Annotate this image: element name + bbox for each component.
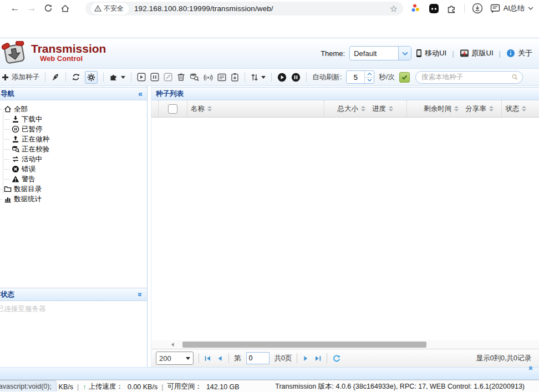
tree-stub — [5, 169, 9, 170]
original-ui-link[interactable]: 原版UI — [460, 48, 494, 58]
spinner-buttons[interactable] — [364, 71, 374, 83]
spinner-up-icon[interactable] — [365, 71, 374, 77]
tree-label: 下载中 — [22, 115, 43, 124]
profile-avatar-icon[interactable] — [410, 3, 421, 14]
sidebar-item-verifying[interactable]: 正在校验 — [0, 144, 147, 154]
spinner-down-icon[interactable] — [365, 77, 374, 84]
home-icon — [4, 105, 12, 113]
theme-label: Theme: — [321, 49, 345, 58]
search-input[interactable] — [420, 73, 512, 82]
refresh-list-icon[interactable] — [332, 354, 340, 363]
reload-icon[interactable] — [40, 1, 57, 16]
link-preview-bubble: javascript:void(0); — [0, 380, 57, 391]
detail-view-button[interactable] — [217, 73, 226, 82]
start-torrent-button[interactable] — [137, 73, 146, 82]
sidebar-item-warning[interactable]: 警告 — [0, 174, 147, 184]
torrent-search-box[interactable] — [415, 71, 523, 84]
start-all-button[interactable] — [277, 73, 287, 82]
sidebar-item-statistics[interactable]: 数据统计 — [0, 194, 147, 204]
forward-icon[interactable]: → — [23, 1, 40, 16]
prev-page-icon[interactable] — [216, 355, 223, 362]
about-link[interactable]: 关于 — [506, 48, 532, 58]
plugin-menu-button[interactable] — [109, 73, 125, 82]
bookmark-star-icon[interactable]: ☆ — [390, 3, 398, 14]
folder-icon — [4, 185, 12, 193]
refresh-interval-input[interactable] — [347, 71, 364, 83]
page-prefix-label: 第 — [234, 354, 241, 363]
transmission-logo-icon — [2, 41, 27, 65]
page-number-input[interactable] — [246, 352, 270, 364]
pause-torrent-button[interactable] — [150, 73, 159, 82]
auto-refresh-checkbox[interactable] — [399, 72, 410, 83]
reload-data-button[interactable] — [72, 73, 80, 82]
app-title-block: Transmission Web Control — [31, 41, 106, 63]
app-header: Transmission Web Control Theme: Default … — [0, 38, 539, 69]
mobile-ui-link[interactable]: 移动UI — [416, 48, 446, 58]
extension-app-icon[interactable] — [429, 3, 439, 14]
verify-icon — [190, 73, 199, 82]
header-separator: | — [498, 49, 502, 58]
theme-select[interactable]: Default — [349, 46, 411, 60]
refresh-interval-spinner[interactable] — [346, 70, 374, 84]
address-bar[interactable]: 不安全 192.168.100.80:19999/transmission/we… — [85, 2, 403, 16]
security-chip[interactable]: 不安全 — [91, 3, 129, 14]
column-header-progress[interactable]: 进度 — [369, 100, 407, 117]
sort-menu-button[interactable] — [251, 73, 266, 82]
column-header-remaining[interactable]: 剩余时间 — [407, 100, 462, 117]
first-page-icon[interactable] — [204, 355, 211, 362]
chrome-separator — [464, 4, 465, 13]
info-icon — [506, 49, 515, 58]
column-header-ratio[interactable]: 分享率 — [462, 100, 502, 117]
sidebar-item-downloading[interactable]: 下载中 — [0, 114, 147, 124]
sidebar-item-paused[interactable]: 已暂停 — [0, 124, 147, 134]
theme-select-arrow[interactable] — [398, 47, 411, 60]
sidebar-item-all[interactable]: 全部 — [0, 104, 147, 114]
nav-panel-header: 导航 « — [0, 87, 147, 100]
panel-splitter[interactable] — [148, 86, 151, 367]
expand-panel-icon[interactable]: » — [136, 292, 144, 297]
back-icon[interactable]: ← — [7, 1, 23, 16]
tree-label: 全部 — [14, 105, 28, 114]
pause-all-button[interactable] — [291, 73, 301, 82]
select-all-checkbox[interactable] — [168, 104, 177, 114]
sidebar-item-folders[interactable]: 数据目录 — [0, 184, 147, 194]
collapse-panel-icon[interactable]: « — [138, 90, 143, 98]
tree-stub — [0, 199, 2, 200]
next-page-icon[interactable] — [302, 355, 309, 362]
scroll-left-icon[interactable] — [170, 342, 175, 347]
sidebar-item-error[interactable]: 错误 — [0, 164, 147, 174]
settings-button[interactable] — [85, 71, 98, 84]
column-header-status[interactable]: 状态 — [502, 100, 539, 117]
home-button-icon[interactable] — [57, 1, 73, 16]
sidebar-item-seeding[interactable]: 正在做种 — [0, 134, 147, 144]
announce-button[interactable] — [204, 73, 213, 82]
tree-label: 数据目录 — [14, 185, 42, 194]
extensions-puzzle-icon[interactable] — [446, 3, 457, 14]
page-size-select[interactable]: 200 — [156, 352, 194, 365]
original-ui-label: 原版UI — [472, 48, 494, 58]
column-header-size[interactable]: 总大小 — [324, 100, 369, 117]
last-page-icon[interactable] — [314, 355, 322, 362]
ai-summary-button[interactable]: AI总结 — [490, 3, 533, 13]
paste-link-button[interactable] — [231, 73, 239, 82]
paste-icon — [231, 73, 239, 82]
url-text[interactable]: 192.168.100.80:19999/transmission/web/ — [134, 4, 273, 13]
delete-torrent-button[interactable] — [177, 73, 185, 82]
add-torrent-button[interactable]: 添加种子 — [2, 73, 39, 82]
expand-up-icon[interactable]: « — [527, 366, 536, 381]
torrent-list-body[interactable] — [151, 118, 539, 340]
edit-torrent-button[interactable] — [164, 73, 172, 82]
column-header-name[interactable]: 名称 — [187, 100, 324, 117]
ai-summary-label: AI总结 — [504, 3, 525, 13]
verify-torrent-button[interactable] — [190, 73, 199, 82]
scrollbar-thumb[interactable] — [182, 342, 426, 348]
toolbar-separator — [306, 73, 307, 82]
alt-speed-button[interactable] — [51, 73, 60, 82]
torrent-list-title: 种子列表 — [156, 89, 184, 99]
tree-stub — [0, 189, 2, 190]
downloads-icon[interactable] — [472, 3, 483, 14]
sidebar-item-active[interactable]: 活动中 — [0, 154, 147, 164]
torrent-list-panel: 种子列表 名称 总大小 进度 剩余时间 — [151, 86, 539, 367]
about-label: 关于 — [518, 48, 532, 58]
horizontal-scrollbar[interactable] — [151, 340, 539, 349]
